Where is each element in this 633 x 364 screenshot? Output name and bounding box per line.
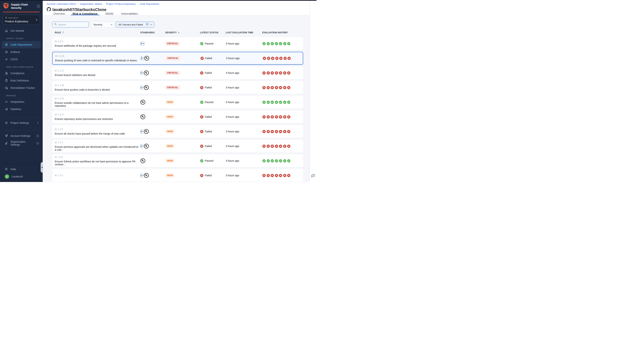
- table-row[interactable]: Id: 1.1.9Ensure all checks have passed b…: [52, 125, 303, 138]
- last-evaluation-time: 3 hours ago: [226, 101, 262, 104]
- history-fail-icon: [266, 130, 270, 133]
- last-evaluation-time: 3 hours ago: [226, 72, 262, 74]
- sidebar-item-artifacts[interactable]: Artifacts: [2, 48, 41, 56]
- latest-status-cell: Failed: [200, 130, 226, 133]
- breadcrumb-organization[interactable]: Organization: default: [76, 2, 102, 5]
- sidebar-collapse-handle[interactable]: [41, 162, 43, 173]
- clear-filter-icon[interactable]: [146, 23, 149, 26]
- sidebar-item-organization-settings[interactable]: Organization Settings: [2, 140, 41, 147]
- severity-cell: HIGH: [165, 158, 200, 163]
- failed-icon: [200, 56, 204, 60]
- rule-cell: Id: 4.3.4Ensure webhooks of the package …: [52, 40, 140, 47]
- table-row[interactable]: Id: 1.1.17Ensure branch deletions are de…: [52, 66, 303, 79]
- column-last-evaluation-time: LAST EVALUATION TIME: [226, 31, 262, 34]
- history-fail-icon: [287, 71, 290, 75]
- table-row[interactable]: Id: 1.2.21Ensure outside collaborators d…: [52, 96, 303, 108]
- account-settings-icon: [5, 134, 8, 138]
- sidebar-item-label: Organization Settings: [10, 140, 34, 146]
- severity-cell: HIGH: [165, 173, 200, 178]
- history-pass-icon: [287, 100, 290, 104]
- status-filter-dropdown[interactable]: All: Passed and Failed: [116, 22, 154, 28]
- standards-cell: CIS: [140, 70, 165, 76]
- severity-cell: CRITICAL: [165, 42, 200, 46]
- history-fail-icon: [283, 56, 287, 60]
- sidebar-item-label: Get Started: [10, 29, 24, 32]
- breadcrumb-project[interactable]: Project: Product Exploratory: [102, 2, 136, 5]
- sidebar-item-integrations[interactable]: Integrations: [2, 98, 41, 106]
- failed-icon: [200, 144, 204, 148]
- chevron-right-icon[interactable]: [37, 122, 39, 124]
- status-label: Passed: [205, 42, 214, 45]
- svg-text:CIS: CIS: [142, 43, 144, 44]
- sidebar-item-account-settings[interactable]: Account Settings: [2, 132, 41, 140]
- history-fail-icon: [262, 174, 266, 177]
- history-fail-icon: [279, 56, 282, 60]
- filter-caret-icon[interactable]: [178, 31, 180, 34]
- rule-cell: Id: 1.1.16Ensure force pushes code to br…: [52, 84, 140, 91]
- history-fail-icon: [263, 56, 266, 60]
- sidebar-item-code-repositories[interactable]: Code Repositories: [2, 41, 41, 48]
- standards-cell: CIS: [140, 144, 165, 149]
- column-standards: STANDARDS: [140, 31, 165, 34]
- status-filter-value: All: Passed and Failed: [118, 23, 146, 26]
- sidebar-item-help[interactable]: Help: [2, 166, 41, 173]
- sidebar-item-rule-definitions[interactable]: Rule Definitions: [2, 77, 41, 84]
- table-row[interactable]: Id: 1.2.9Ensure GitHub action workflows …: [52, 154, 303, 167]
- severity-cell: CRITICAL: [165, 85, 200, 90]
- column-rule[interactable]: RULE: [52, 31, 140, 34]
- avatar: L: [5, 174, 9, 179]
- severity-badge: CRITICAL: [166, 56, 180, 60]
- tab-overview[interactable]: Overview: [53, 12, 66, 15]
- table-row[interactable]: Id: 1.2.17Ensure repository action permi…: [52, 110, 303, 123]
- tab-risk-compliance[interactable]: Risk & Compliance: [72, 12, 98, 15]
- module-grid-icon[interactable]: [37, 4, 40, 8]
- table-row[interactable]: Id: 4.3.4Ensure webhooks of the package …: [52, 37, 303, 50]
- table-row[interactable]: Id: 1.1.5CISHIGHFailed3 hours ago: [52, 169, 303, 182]
- chat-launcher-icon[interactable]: [311, 173, 316, 178]
- history-pass-icon: [266, 42, 270, 46]
- failed-icon: [200, 174, 204, 177]
- tab-vulnerabilities[interactable]: Vulnerabilities: [120, 12, 139, 15]
- search-box: [52, 22, 89, 28]
- breadcrumb-code-repositories[interactable]: Code Repositories: [136, 2, 159, 5]
- breadcrumb-account[interactable]: Account: Automation-SSCA: [47, 2, 76, 5]
- history-fail-icon: [287, 144, 290, 148]
- severity-badge: HIGH: [165, 100, 175, 104]
- rule-definitions-icon: [5, 79, 8, 82]
- sidebar-item-remediation-tracker[interactable]: Remediation Tracker: [2, 84, 41, 92]
- status-label: Failed: [205, 86, 212, 89]
- standards-cell: CIS: [140, 41, 165, 46]
- history-fail-icon: [271, 56, 274, 60]
- sidebar-item-project-settings[interactable]: Project Settings: [2, 119, 41, 126]
- user-menu[interactable]: LLavakush: [2, 173, 41, 180]
- project-selector[interactable]: PROJECT Product Exploratory: [3, 15, 40, 24]
- rule-id: Id: 4.3.4: [55, 40, 140, 43]
- sort-icon[interactable]: [62, 31, 64, 34]
- history-fail-icon: [283, 71, 286, 75]
- sidebar-item-label: Rule Definitions: [10, 79, 29, 82]
- sidebar-item-ci-cd[interactable]: CI/CD: [2, 56, 41, 63]
- owasp-icon: [140, 114, 146, 120]
- search-input[interactable]: [58, 23, 86, 26]
- sidebar-item-get-started[interactable]: Get Started: [2, 27, 41, 34]
- standards-cell: CIS: [140, 173, 165, 178]
- latest-status-cell: Failed: [200, 144, 226, 148]
- tab-sbom[interactable]: SBOM: [104, 12, 114, 15]
- column-severity[interactable]: SEVERITY: [165, 31, 200, 34]
- table-row[interactable]: Id: 1.1.4Ensure previous approvals are d…: [52, 140, 303, 152]
- table-row[interactable]: Id: 1.1.15Ensure pushing of new code is …: [52, 52, 303, 65]
- history-pass-icon: [283, 100, 286, 104]
- standards-cell: [140, 114, 165, 120]
- history-fail-icon: [283, 86, 286, 89]
- sidebar-item-pipelines[interactable]: Pipelines: [2, 106, 41, 113]
- page-header: Account: Automation-SSCA Organization: d…: [43, 0, 310, 12]
- severity-dropdown[interactable]: Severity: [91, 22, 115, 28]
- standards-cell: CIS: [140, 85, 165, 90]
- rule-name: Ensure previous approvals are dismissed …: [55, 146, 140, 151]
- table-row[interactable]: Id: 1.1.16Ensure force pushes code to br…: [52, 81, 303, 94]
- cis-icon: CIS: [140, 41, 145, 46]
- history-fail-icon: [270, 144, 274, 148]
- project-label: PROJECT: [8, 17, 18, 19]
- sidebar-item-compliance[interactable]: Compliance: [2, 70, 41, 77]
- history-fail-icon: [279, 115, 282, 119]
